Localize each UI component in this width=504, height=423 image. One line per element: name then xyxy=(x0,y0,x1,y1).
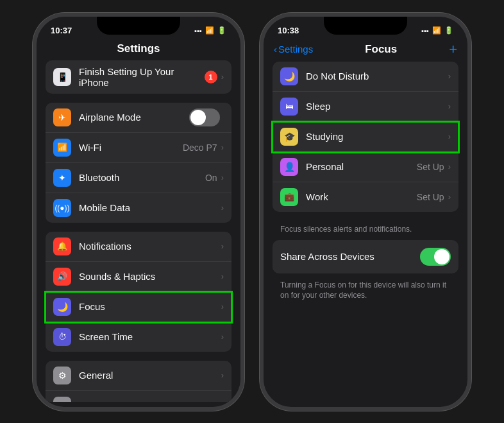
sleep-row[interactable]: 🛏 Sleep › xyxy=(273,92,458,122)
focus-header: ‹ Settings Focus + xyxy=(264,40,467,62)
share-note: Turning a Focus on for this device will … xyxy=(273,277,458,308)
phone-settings: 10:37 ▪▪▪ 📶 🔋 Settings 📱 Finish Setting … xyxy=(33,13,244,411)
notifications-icon: 🔔 xyxy=(53,237,71,255)
bluetooth-label: Bluetooth xyxy=(79,172,205,183)
sounds-row[interactable]: 🔊 Sounds & Haptics › xyxy=(46,262,231,292)
add-focus-button[interactable]: + xyxy=(449,42,457,56)
airplane-mode-row[interactable]: ✈ Airplane Mode xyxy=(46,103,231,133)
phone-focus: 10:38 ▪▪▪ 📶 🔋 ‹ Settings Focus + xyxy=(260,13,471,411)
personal-row[interactable]: 👤 Personal Set Up › xyxy=(273,152,458,182)
settings-group-setup: 📱 Finish Setting Up Your iPhone 1 › xyxy=(46,60,231,94)
settings-title: Settings xyxy=(37,40,240,60)
finish-setup-row[interactable]: 📱 Finish Setting Up Your iPhone 1 › xyxy=(46,60,231,94)
dnd-chevron: › xyxy=(448,71,451,81)
bluetooth-row[interactable]: ✦ Bluetooth On › xyxy=(46,163,231,193)
notch xyxy=(97,17,180,35)
notch-right xyxy=(324,17,407,35)
airplane-mode-icon: ✈ xyxy=(53,108,71,126)
studying-label: Studying xyxy=(306,131,448,142)
back-chevron-icon: ‹ xyxy=(274,44,277,55)
finish-setup-badge: 1 xyxy=(205,71,217,83)
settings-group-focus: 🔔 Notifications › 🔊 Sounds & Haptics › xyxy=(46,232,231,352)
control-centre-label: Control Centre xyxy=(79,400,221,402)
airplane-mode-label: Airplane Mode xyxy=(79,112,189,123)
wifi-status-icon: 📶 xyxy=(205,26,214,35)
wifi-icon: 📶 xyxy=(53,139,71,157)
personal-label: Personal xyxy=(306,161,417,172)
share-label: Share Across Devices xyxy=(280,251,420,262)
general-label: General xyxy=(79,370,221,381)
focus-chevron: › xyxy=(221,302,224,311)
control-centre-icon: ⊞ xyxy=(53,397,71,402)
work-value: Set Up xyxy=(417,192,444,202)
dnd-label: Do Not Disturb xyxy=(306,71,448,82)
bluetooth-value: On xyxy=(205,173,217,183)
signal-icon-r: ▪▪▪ xyxy=(421,27,429,35)
focus-section-note: Focus silences alerts and notifications. xyxy=(273,221,458,240)
mobile-data-chevron: › xyxy=(221,203,224,212)
work-chevron: › xyxy=(448,192,451,202)
mobile-data-label: Mobile Data xyxy=(79,202,221,213)
focus-icon: 🌙 xyxy=(53,298,71,316)
control-centre-chevron: › xyxy=(221,401,224,402)
work-icon: 💼 xyxy=(280,188,298,206)
general-icon: ⚙ xyxy=(53,367,71,384)
back-label: Settings xyxy=(278,44,313,55)
finish-setup-icon: 📱 xyxy=(53,68,71,86)
status-icons-right: ▪▪▪ 📶 🔋 xyxy=(421,26,453,35)
studying-chevron: › xyxy=(448,132,451,141)
battery-icon-r: 🔋 xyxy=(444,26,453,35)
focus-group-modes: 🌙 Do Not Disturb › 🛏 Sleep › xyxy=(273,62,458,212)
settings-content: 📱 Finish Setting Up Your iPhone 1 › ✈ Ai… xyxy=(37,60,240,402)
share-toggle[interactable] xyxy=(420,248,451,266)
dnd-icon: 🌙 xyxy=(280,67,298,85)
do-not-disturb-row[interactable]: 🌙 Do Not Disturb › xyxy=(273,62,458,92)
wifi-icon-r: 📶 xyxy=(432,26,441,35)
airplane-toggle[interactable] xyxy=(189,108,220,126)
focus-row[interactable]: 🌙 Focus › xyxy=(46,292,231,322)
wifi-value: Deco P7 xyxy=(183,142,217,153)
work-row[interactable]: 💼 Work Set Up › xyxy=(273,182,458,212)
control-centre-row[interactable]: ⊞ Control Centre › xyxy=(46,391,231,402)
work-label: Work xyxy=(306,191,417,202)
settings-group-connectivity: ✈ Airplane Mode 📶 Wi-Fi Deco P7 › xyxy=(46,103,231,223)
wifi-chevron: › xyxy=(221,142,224,152)
share-across-row[interactable]: Share Across Devices xyxy=(273,240,458,273)
personal-value: Set Up xyxy=(417,162,444,172)
focus-screen-title: Focus xyxy=(365,43,397,56)
screen-time-label: Screen Time xyxy=(79,331,221,342)
studying-row[interactable]: 🎓 Studying › xyxy=(273,122,458,152)
finish-setup-chevron: › xyxy=(221,72,224,82)
wifi-row[interactable]: 📶 Wi-Fi Deco P7 › xyxy=(46,133,231,163)
wifi-label: Wi-Fi xyxy=(79,142,183,153)
status-time-right: 10:38 xyxy=(278,26,299,35)
sounds-label: Sounds & Haptics xyxy=(79,271,221,282)
status-icons-left: ▪▪▪ 📶 🔋 xyxy=(194,26,226,35)
studying-icon: 🎓 xyxy=(280,128,298,146)
notifications-chevron: › xyxy=(221,241,224,251)
settings-group-general: ⚙ General › ⊞ Control Centre › xyxy=(46,361,231,402)
sleep-icon: 🛏 xyxy=(280,98,298,116)
battery-icon: 🔋 xyxy=(217,26,226,35)
finish-setup-label: Finish Setting Up Your iPhone xyxy=(79,66,205,88)
screen-time-chevron: › xyxy=(221,332,224,341)
sleep-chevron: › xyxy=(448,101,451,111)
notifications-row[interactable]: 🔔 Notifications › xyxy=(46,232,231,262)
personal-icon: 👤 xyxy=(280,158,298,176)
status-time-left: 10:37 xyxy=(51,26,72,35)
notifications-label: Notifications xyxy=(79,241,221,252)
general-chevron: › xyxy=(221,370,224,380)
focus-label: Focus xyxy=(79,301,221,312)
screen-time-icon: ⏱ xyxy=(53,328,71,346)
focus-content: 🌙 Do Not Disturb › 🛏 Sleep › xyxy=(264,62,467,403)
personal-chevron: › xyxy=(448,162,451,171)
back-button[interactable]: ‹ Settings xyxy=(274,44,313,55)
bluetooth-icon: ✦ xyxy=(53,169,71,187)
mobile-data-row[interactable]: ((●)) Mobile Data › xyxy=(46,193,231,223)
bluetooth-chevron: › xyxy=(221,173,224,182)
sleep-label: Sleep xyxy=(306,101,448,112)
mobile-data-icon: ((●)) xyxy=(53,199,71,217)
screen-time-row[interactable]: ⏱ Screen Time › xyxy=(46,322,231,352)
general-row[interactable]: ⚙ General › xyxy=(46,361,231,391)
signal-icon: ▪▪▪ xyxy=(194,27,202,35)
